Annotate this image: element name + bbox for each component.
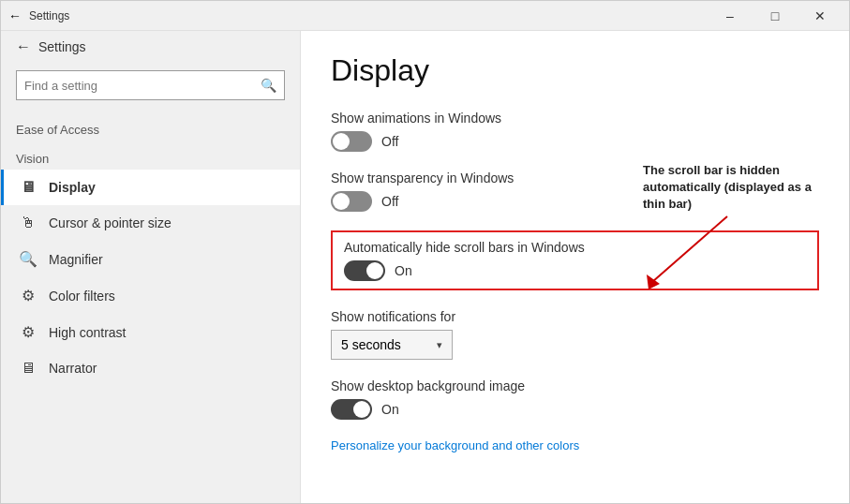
page-title: Display — [331, 53, 819, 88]
back-arrow-icon: ← — [16, 38, 31, 55]
notifications-setting: Show notifications for 5 seconds ▾ — [331, 309, 819, 360]
title-bar-title: Settings — [29, 9, 69, 22]
sidebar-item-narrator[interactable]: 🖥 Narrator — [1, 350, 300, 386]
close-button[interactable]: ✕ — [798, 1, 842, 31]
sidebar-item-narrator-label: Narrator — [49, 361, 97, 376]
sidebar-item-colorfilters[interactable]: ⚙ Color filters — [1, 277, 300, 314]
maximize-button[interactable]: □ — [753, 1, 797, 31]
highcontrast-icon: ⚙ — [19, 323, 37, 341]
transparency-toggle-label: Off — [381, 194, 398, 209]
scrollbars-toggle-label: On — [395, 263, 412, 278]
notifications-label: Show notifications for — [331, 309, 819, 324]
sidebar-item-cursor-label: Cursor & pointer size — [49, 215, 171, 230]
sidebar-item-colorfilters-label: Color filters — [49, 289, 115, 304]
scrollbars-toggle[interactable] — [344, 260, 385, 281]
search-input[interactable] — [24, 79, 257, 93]
back-icon: ← — [8, 8, 22, 23]
sidebar-item-cursor[interactable]: 🖱 Cursor & pointer size — [1, 205, 300, 241]
search-icon: 🔍 — [261, 78, 276, 93]
animations-toggle-label: Off — [381, 134, 398, 149]
transparency-toggle-knob — [333, 193, 350, 210]
sidebar-item-magnifier-label: Magnifier — [49, 252, 103, 267]
desktop-bg-toggle-knob — [353, 401, 370, 418]
sidebar-item-display-label: Display — [49, 180, 96, 195]
animations-label: Show animations in Windows — [331, 111, 819, 126]
annotation-arrow-icon — [615, 207, 765, 291]
cursor-icon: 🖱 — [19, 215, 37, 231]
background-link[interactable]: Personalize your background and other co… — [331, 438, 819, 452]
annotation: The scroll bar is hidden automatically (… — [643, 162, 830, 214]
animations-toggle[interactable] — [331, 131, 372, 152]
desktop-bg-label: Show desktop background image — [331, 378, 819, 393]
notifications-dropdown-value: 5 seconds — [341, 337, 429, 352]
sidebar-app-title: Settings — [38, 39, 86, 54]
animations-toggle-knob — [333, 133, 350, 150]
sidebar-item-display[interactable]: 🖥 Display — [1, 170, 300, 205]
chevron-down-icon: ▾ — [437, 339, 442, 351]
main-panel: Display Show animations in Windows Off S… — [301, 31, 849, 503]
title-bar: ← Settings – □ ✕ — [1, 1, 849, 31]
animations-row: Off — [331, 131, 819, 152]
scrollbars-toggle-knob — [366, 262, 383, 279]
sidebar: ← Settings 🔍 Ease of Access Vision 🖥 Dis… — [1, 31, 301, 503]
back-button[interactable]: ← Settings — [1, 31, 300, 63]
desktop-bg-row: On — [331, 399, 819, 420]
magnifier-icon: 🔍 — [19, 250, 37, 268]
svg-line-0 — [652, 216, 727, 282]
desktop-bg-toggle[interactable] — [331, 399, 372, 420]
sidebar-item-highcontrast-label: High contrast — [49, 325, 126, 340]
main-content: ← Settings 🔍 Ease of Access Vision 🖥 Dis… — [1, 31, 849, 503]
settings-window: ← Settings – □ ✕ ← Settings 🔍 Ease of Ac… — [0, 0, 850, 504]
desktop-bg-setting: Show desktop background image On — [331, 378, 819, 420]
title-bar-left: ← Settings — [8, 8, 69, 23]
sidebar-item-highcontrast[interactable]: ⚙ High contrast — [1, 314, 300, 350]
minimize-button[interactable]: – — [708, 1, 752, 31]
desktop-bg-toggle-label: On — [381, 402, 399, 417]
notifications-dropdown[interactable]: 5 seconds ▾ — [331, 330, 453, 360]
vision-section-label: Vision — [1, 148, 300, 170]
title-bar-controls: – □ ✕ — [708, 1, 842, 31]
search-box[interactable]: 🔍 — [16, 70, 285, 100]
transparency-toggle[interactable] — [331, 191, 372, 212]
sidebar-item-magnifier[interactable]: 🔍 Magnifier — [1, 241, 300, 277]
ease-of-access-title: Ease of Access — [1, 108, 300, 141]
animations-setting: Show animations in Windows Off — [331, 111, 819, 152]
annotation-text: The scroll bar is hidden automatically (… — [643, 162, 830, 214]
colorfilters-icon: ⚙ — [19, 287, 37, 304]
display-icon: 🖥 — [19, 179, 37, 196]
narrator-icon: 🖥 — [19, 360, 37, 377]
